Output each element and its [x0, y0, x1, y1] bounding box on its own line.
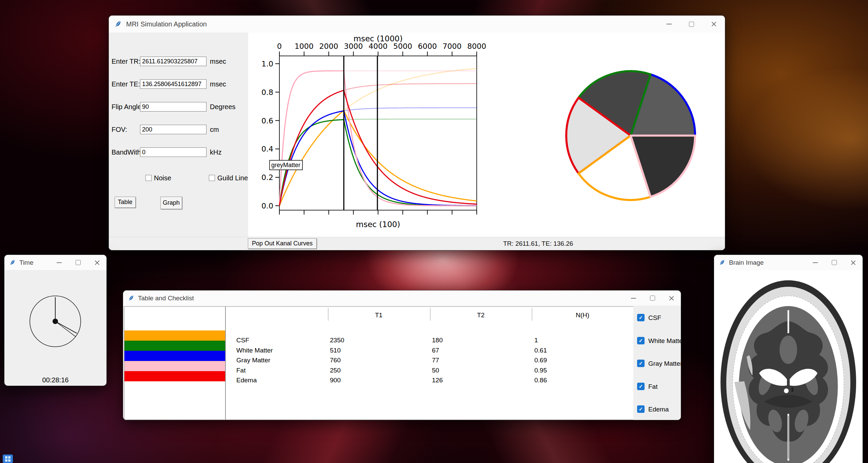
cell-t1: 510 [330, 347, 341, 354]
curve-recovery-edema [279, 90, 344, 206]
tissue-checklist: ✓CSF✓White Matter✓Gray Matter✓Fat✓Edema [633, 306, 681, 420]
cell-t2: 180 [432, 337, 443, 344]
cell-t2: 126 [432, 377, 443, 384]
y-tick-label: 0.6 [261, 117, 273, 125]
pineal-marker [791, 387, 793, 392]
window-title: Brain Image [729, 259, 764, 266]
y-tick-label: 0.8 [261, 88, 273, 97]
guild-lines-checkbox[interactable] [209, 175, 215, 181]
bandwith-input[interactable] [140, 147, 206, 157]
enter-te-input[interactable] [140, 79, 206, 89]
csf-checkbox[interactable]: ✓ [637, 314, 645, 321]
minimize-icon[interactable] [658, 16, 680, 33]
close-icon[interactable] [87, 255, 106, 270]
minimize-icon[interactable] [806, 255, 825, 270]
field-label: BandWith: [112, 148, 143, 156]
checkbox-label: Guild Lines [217, 174, 251, 182]
titlebar-brain[interactable]: Brain Image [714, 255, 863, 270]
minute-hand [55, 321, 77, 333]
table-row[interactable]: Fat250500.95 [226, 367, 633, 375]
cell-name: Gray Matter [236, 357, 270, 364]
table-row[interactable]: Edema9001260.86 [226, 377, 633, 385]
column-separator [430, 308, 431, 321]
titlebar-mri[interactable]: MRI Simulation Application [109, 16, 725, 33]
checklist-label: Fat [648, 383, 657, 390]
curve-faint-recovery-edema [344, 84, 477, 90]
fov-input[interactable] [140, 125, 206, 134]
fat-checkbox[interactable]: ✓ [637, 383, 645, 390]
curve-decay-white-matter [344, 120, 477, 206]
x-tick-label: 0 [277, 42, 282, 51]
brain-axial-slice [714, 270, 863, 463]
form-row: FOV:cm [109, 125, 248, 135]
window-title: Table and Checklist [138, 295, 194, 302]
brain-image-canvas [714, 270, 863, 463]
gray-matter-checkbox[interactable]: ✓ [637, 360, 645, 367]
mri-statusbar: Pop Out Kanal Curves TR: 2611.61, TE: 13… [109, 237, 725, 250]
maximize-icon[interactable] [825, 255, 844, 270]
close-icon[interactable] [703, 16, 725, 33]
curve-decay-fat [344, 71, 477, 206]
pop-out-kanal-curves-button[interactable]: Pop Out Kanal Curves [248, 238, 317, 249]
sulcus [780, 336, 797, 364]
cell-nh: 0.95 [534, 367, 547, 374]
tissue-swatch-2 [124, 351, 225, 361]
field-unit: cm [210, 126, 219, 134]
maximize-icon[interactable] [680, 16, 703, 33]
tooltip-text: greyMatter [271, 162, 300, 168]
form-row: Flip Angle:Degrees [109, 102, 248, 112]
tissue-swatch-0 [124, 330, 225, 341]
window-controls [624, 290, 681, 306]
cell-nh: 1 [534, 337, 538, 344]
cell-nh: 0.61 [534, 347, 547, 354]
tissue-table[interactable]: T1 T2 N(H) CSF23501801White Matter510670… [225, 306, 634, 420]
table-row[interactable]: CSF23501801 [226, 337, 633, 345]
minimize-icon[interactable] [624, 290, 643, 306]
tissue-swatch-4 [124, 371, 225, 381]
tk-feather-icon [719, 259, 725, 266]
curve-decay-gray-matter [344, 111, 477, 206]
cell-name: Edema [236, 377, 257, 384]
field-label: Enter TR: [112, 58, 140, 65]
cell-t2: 77 [432, 357, 439, 364]
enter-tr-input[interactable] [140, 57, 206, 66]
maximize-icon[interactable] [68, 255, 87, 270]
column-separator [532, 308, 532, 321]
table-row[interactable]: Gray Matter760770.69 [226, 357, 633, 365]
graph-button[interactable]: Graph [160, 197, 182, 209]
start-button[interactable] [3, 455, 13, 463]
cell-t1: 250 [330, 367, 341, 374]
white-matter-checkbox[interactable]: ✓ [637, 337, 645, 344]
field-unit: msec [210, 80, 226, 88]
cell-t1: 760 [330, 357, 341, 364]
y-tick-label: 1.0 [261, 60, 273, 68]
cell-t1: 900 [330, 377, 341, 384]
close-icon[interactable] [844, 255, 863, 270]
close-icon[interactable] [662, 290, 681, 306]
minimize-icon[interactable] [50, 255, 68, 270]
noise-checkbox[interactable] [145, 175, 152, 181]
plot-frame [279, 56, 477, 210]
window-brain-image: Brain Image [714, 255, 863, 463]
maximize-icon[interactable] [643, 290, 662, 306]
titlebar-time[interactable]: Time [4, 255, 106, 270]
clock-center-dot [53, 319, 58, 324]
checklist-label: White Matter [648, 337, 681, 345]
figure-canvas: 0100020003000400050006000700080001.00.80… [248, 33, 725, 237]
x-tick-label: 4000 [369, 42, 388, 51]
edema-checkbox[interactable]: ✓ [637, 405, 645, 413]
x-tick-label: 6000 [418, 42, 437, 51]
flip-angle-input[interactable] [140, 102, 206, 112]
table-button[interactable]: Table [115, 197, 136, 208]
second-hand [55, 321, 76, 337]
field-unit: Degrees [210, 103, 236, 111]
y-tick-label: 0.2 [261, 173, 273, 182]
table-row[interactable]: White Matter510670.61 [226, 347, 633, 355]
cell-t2: 67 [432, 347, 439, 354]
checklist-label: CSF [648, 314, 661, 322]
window-mri-simulation: MRI Simulation Application Enter TR:msec… [109, 16, 725, 250]
titlebar-table[interactable]: Table and Checklist [123, 290, 681, 306]
tissue-swatch-3 [124, 361, 225, 371]
signal-figure: 0100020003000400050006000700080001.00.80… [248, 33, 725, 237]
checklist-label: Gray Matter [648, 360, 681, 367]
